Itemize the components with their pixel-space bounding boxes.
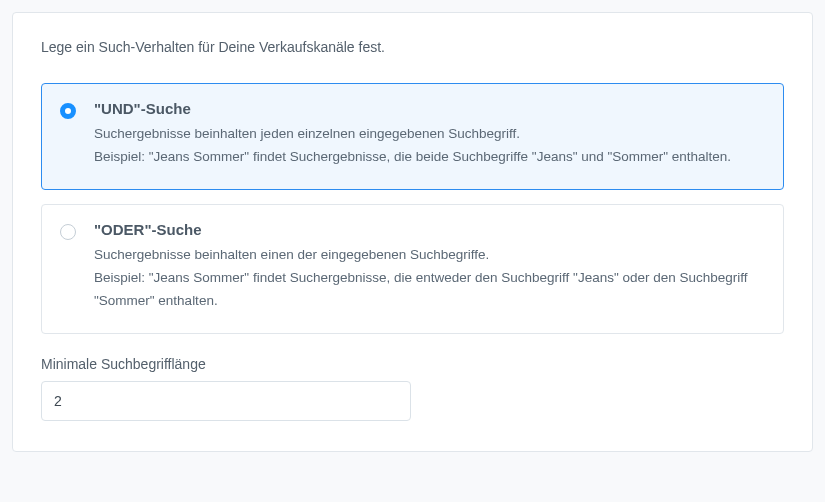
option-und-title: "UND"-Suche [94, 100, 765, 117]
option-und-line2: Beispiel: "Jeans Sommer" findet Sucherge… [94, 149, 731, 164]
min-length-input[interactable] [41, 381, 411, 421]
option-und-line1: Suchergebnisse beinhalten jeden einzelne… [94, 126, 520, 141]
option-oder-body: "ODER"-Suche Suchergebnisse beinhalten e… [94, 221, 765, 313]
search-behavior-card: Lege ein Such-Verhalten für Deine Verkau… [12, 12, 813, 452]
min-length-label: Minimale Suchbegrifflänge [41, 356, 784, 372]
option-und-desc: Suchergebnisse beinhalten jeden einzelne… [94, 123, 765, 169]
option-oder-line2: Beispiel: "Jeans Sommer" findet Sucherge… [94, 270, 748, 308]
option-oder-line1: Suchergebnisse beinhalten einen der eing… [94, 247, 489, 262]
intro-text: Lege ein Such-Verhalten für Deine Verkau… [41, 39, 784, 55]
option-oder-title: "ODER"-Suche [94, 221, 765, 238]
radio-und[interactable] [60, 103, 76, 119]
option-oder-search[interactable]: "ODER"-Suche Suchergebnisse beinhalten e… [41, 204, 784, 334]
option-oder-desc: Suchergebnisse beinhalten einen der eing… [94, 244, 765, 313]
option-und-body: "UND"-Suche Suchergebnisse beinhalten je… [94, 100, 765, 169]
radio-oder[interactable] [60, 224, 76, 240]
option-und-search[interactable]: "UND"-Suche Suchergebnisse beinhalten je… [41, 83, 784, 190]
